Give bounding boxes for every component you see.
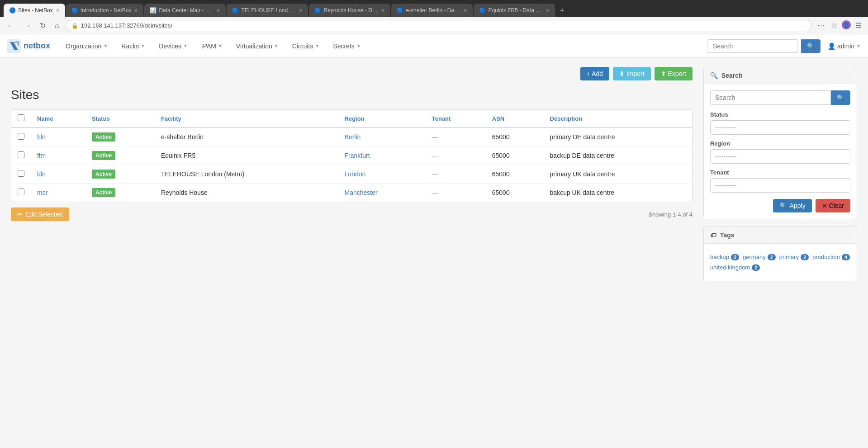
- status-filter-select[interactable]: ---------- Active Planned Retired: [710, 120, 850, 135]
- tab-title-3: Data Center Map - Col...: [159, 7, 213, 14]
- home-button[interactable]: ⌂: [52, 21, 62, 31]
- nav-devices-link[interactable]: Devices ▼: [152, 39, 194, 53]
- tab-close-4[interactable]: ✕: [299, 8, 303, 14]
- nav-racks-label: Racks: [121, 42, 139, 50]
- nav-racks-link[interactable]: Racks ▼: [115, 39, 152, 53]
- row-checkbox-3[interactable]: [11, 184, 31, 202]
- browser-tab-3[interactable]: 📊 Data Center Map - Col... ✕: [144, 4, 226, 17]
- nav-organization-link[interactable]: Organization ▼: [59, 39, 114, 53]
- col-facility[interactable]: Facility: [155, 110, 338, 127]
- tag-item-germany[interactable]: germany 2: [743, 254, 776, 260]
- row-checkbox-1[interactable]: [11, 146, 31, 165]
- forward-button[interactable]: →: [21, 21, 33, 31]
- nav-ipam-link[interactable]: IPAM ▼: [195, 39, 229, 53]
- tags-card-body: backup 2germany 2primary 2production 4un…: [704, 244, 857, 281]
- tag-item-united kingdom[interactable]: united kingdom 2: [710, 264, 760, 271]
- browser-tab-1[interactable]: 🔵 Sites - NetBox ✕: [4, 4, 65, 17]
- row-name-link-1[interactable]: ffm: [37, 152, 46, 159]
- row-status-badge-3: Active: [92, 188, 115, 197]
- navbar-user[interactable]: 👤 admin ▼: [828, 42, 861, 50]
- nav-ipam[interactable]: IPAM ▼: [195, 39, 229, 53]
- row-checkbox-0[interactable]: [11, 127, 31, 146]
- col-asn[interactable]: ASN: [486, 110, 544, 127]
- bookmark-icon[interactable]: ☆: [829, 20, 839, 31]
- nav-circuits-link[interactable]: Circuits ▼: [286, 39, 326, 53]
- tenant-filter-select[interactable]: ----------: [710, 178, 850, 193]
- nav-virtualization-link[interactable]: Virtualization ▼: [230, 39, 285, 53]
- back-button[interactable]: ←: [5, 21, 17, 31]
- tab-close-7[interactable]: ✕: [545, 8, 550, 14]
- nav-organization[interactable]: Organization ▼: [59, 39, 114, 53]
- navbar-search-button[interactable]: 🔍: [801, 39, 821, 53]
- address-bar[interactable]: 🔒 192.168.141.137:32769/dcim/sites/: [66, 20, 812, 31]
- main-content: + Add ⬇ Import ⬆ Export Sites Name Statu…: [11, 67, 693, 288]
- nav-secrets[interactable]: Secrets ▼: [327, 39, 367, 53]
- row-checkbox-2[interactable]: [11, 165, 31, 184]
- tab-close-3[interactable]: ✕: [216, 8, 220, 14]
- sidebar-search-input[interactable]: [710, 90, 831, 105]
- secrets-dropdown-arrow: ▼: [356, 43, 361, 48]
- tag-item-production[interactable]: production 4: [812, 254, 850, 260]
- export-button[interactable]: ⬆ Export: [655, 67, 693, 80]
- tag-item-primary[interactable]: primary 2: [779, 254, 809, 260]
- menu-icon[interactable]: ☰: [854, 20, 863, 31]
- col-name[interactable]: Name: [31, 110, 85, 127]
- tag-item-backup[interactable]: backup 2: [710, 254, 739, 260]
- nav-secrets-link[interactable]: Secrets ▼: [327, 39, 367, 53]
- navbar-brand[interactable]: netbox: [7, 39, 50, 53]
- add-button[interactable]: + Add: [580, 67, 609, 80]
- clear-filter-label: ✕ Clear: [822, 202, 844, 209]
- row-name-link-2[interactable]: ldn: [37, 170, 46, 178]
- row-facility-3: Reynolds House: [155, 184, 338, 202]
- col-description[interactable]: Description: [544, 110, 692, 127]
- tab-title-4: TELEHOUSE London (M...: [241, 7, 296, 14]
- tab-title-5: Reynolds House - Data...: [323, 7, 378, 14]
- new-tab-button[interactable]: +: [556, 4, 568, 17]
- browser-tab-7[interactable]: 🔵 Equinix FR5 - Data Cen... ✕: [474, 4, 555, 17]
- row-checkbox-input-3[interactable]: [18, 189, 24, 195]
- row-facility-0: e-shelter Berlin: [155, 127, 338, 146]
- navbar-search-input[interactable]: [707, 39, 797, 53]
- col-status[interactable]: Status: [85, 110, 155, 127]
- row-checkbox-input-0[interactable]: [18, 133, 24, 140]
- region-filter-select[interactable]: ---------- Berlin Frankfurt London Manch…: [710, 149, 850, 164]
- tab-close-5[interactable]: ✕: [381, 8, 385, 14]
- col-tenant[interactable]: Tenant: [426, 110, 486, 127]
- page-title: Sites: [11, 88, 693, 102]
- browser-tab-5[interactable]: 🔵 Reynolds House - Data... ✕: [309, 4, 390, 17]
- row-facility-1: Equinix FR5: [155, 146, 338, 165]
- col-region[interactable]: Region: [338, 110, 426, 127]
- nav-racks[interactable]: Racks ▼: [115, 39, 152, 53]
- extension-icon[interactable]: 👤: [842, 20, 851, 29]
- search-card: 🔍 Search 🔍 Status ---------- Active Plan…: [703, 67, 857, 219]
- nav-circuits[interactable]: Circuits ▼: [286, 39, 326, 53]
- nav-virtualization[interactable]: Virtualization ▼: [230, 39, 285, 53]
- select-all-header[interactable]: [11, 110, 31, 127]
- tab-close-6[interactable]: ✕: [463, 8, 467, 14]
- tab-close-1[interactable]: ✕: [56, 8, 60, 14]
- row-name-link-3[interactable]: mcr: [37, 189, 47, 196]
- edit-selected-button[interactable]: ✏ Edit Selected: [11, 207, 69, 221]
- row-region-link-3[interactable]: Manchester: [345, 189, 378, 196]
- row-checkbox-input-1[interactable]: [18, 151, 24, 158]
- row-region-link-1[interactable]: Frankfurt: [345, 152, 370, 159]
- reload-button[interactable]: ↻: [37, 20, 48, 31]
- tab-close-2[interactable]: ✕: [134, 8, 138, 14]
- row-name-link-0[interactable]: bln: [37, 133, 46, 141]
- tab-favicon-4: 🔵: [232, 7, 238, 14]
- browser-tab-2[interactable]: 🔵 Introduction - NetBox ✕: [66, 4, 144, 17]
- filter-buttons: 🔍 Apply ✕ Clear: [710, 199, 850, 212]
- row-region-link-2[interactable]: London: [345, 170, 366, 178]
- clear-filter-button[interactable]: ✕ Clear: [816, 199, 850, 212]
- extensions-icon[interactable]: ⋯: [816, 20, 826, 31]
- import-button[interactable]: ⬇ Import: [613, 67, 651, 80]
- sidebar-search-button[interactable]: 🔍: [831, 90, 850, 105]
- nav-circuits-label: Circuits: [292, 42, 313, 50]
- select-all-checkbox[interactable]: [18, 114, 24, 121]
- browser-tab-6[interactable]: 🔵 e-shelter Berlin - Data... ✕: [391, 4, 473, 17]
- row-region-link-0[interactable]: Berlin: [345, 133, 361, 141]
- nav-devices[interactable]: Devices ▼: [152, 39, 194, 53]
- row-checkbox-input-2[interactable]: [18, 170, 24, 177]
- apply-filter-button[interactable]: 🔍 Apply: [773, 199, 812, 212]
- browser-tab-4[interactable]: 🔵 TELEHOUSE London (M... ✕: [227, 4, 308, 17]
